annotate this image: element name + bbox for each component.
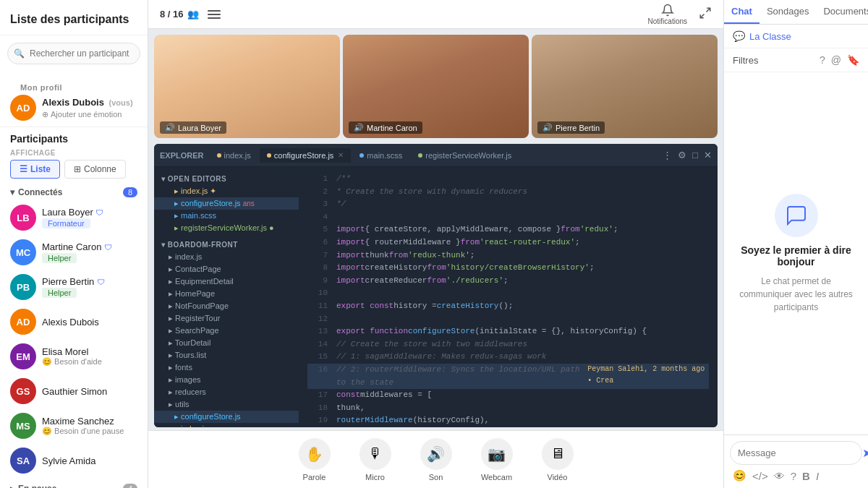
settings-icon[interactable]: ⚙ (678, 150, 686, 160)
search-input[interactable] (7, 43, 140, 64)
folder-utils[interactable]: ▸ utils (154, 398, 299, 411)
avatar: AD (10, 95, 36, 121)
tab-index-js[interactable]: index.js (210, 148, 258, 163)
tab-configurestore-js[interactable]: configureStore.js ✕ (260, 148, 352, 163)
avatar: LB (10, 205, 36, 231)
file-item-main-scss[interactable]: ▸ main.scss (154, 210, 299, 222)
folder-index-js[interactable]: ▸ index.js (154, 251, 299, 263)
folder-contact-page[interactable]: ▸ ContactPage (154, 263, 299, 275)
file-item-register[interactable]: ▸ registerServiceWorker.js ● (154, 222, 299, 234)
at-icon[interactable]: @ (831, 54, 841, 66)
code-line: 2 * Create the store with dynamic reduce… (307, 186, 709, 199)
bold-btn[interactable]: B (802, 470, 810, 482)
code-btn[interactable]: </> (752, 470, 768, 482)
son-label: Son (429, 473, 443, 481)
notifications-btn[interactable]: Notifications (648, 4, 687, 25)
folder-register-tour[interactable]: ▸ RegisterTour (154, 312, 299, 325)
avatar: AD (10, 309, 36, 335)
participant-info: Alexis Dubois (42, 317, 137, 328)
italic-btn[interactable]: I (816, 470, 819, 482)
code-line: 4 (307, 211, 709, 224)
participant-name: Pierre Bertin 🛡 (42, 276, 137, 287)
people-icon: 👥 (187, 9, 199, 20)
file-item-index-js[interactable]: ▸ index.js ✦ (154, 185, 299, 197)
tab-register-service-worker[interactable]: registerServiceWorker.js (411, 148, 519, 163)
right-panel-tabs: Chat Sondages Documents (724, 0, 868, 25)
chevron-right-icon: ▸ (10, 484, 14, 488)
video-btn[interactable]: 🖥 Vidéo (542, 438, 574, 481)
participants-section: Participants AFFICHAGE ☰ Liste ⊞ Colonne (0, 127, 148, 181)
connected-label-row: ▾ Connectés (10, 187, 62, 197)
file-configurestore-active[interactable]: ▸ configureStore.js (154, 411, 299, 423)
close-panel-icon[interactable]: ✕ (704, 150, 712, 160)
folder-home-page[interactable]: ▸ HomePage (154, 288, 299, 300)
column-view-btn[interactable]: ⊞ Colonne (64, 160, 126, 179)
participant-role: Helper (42, 253, 77, 263)
sound-icon: 🔊 (420, 438, 452, 470)
folder-tour-detail[interactable]: ▸ TourDetail (154, 337, 299, 349)
sidebar: Liste des participants 🔍 Mon profil AD A… (0, 0, 148, 488)
file-item-configurestore[interactable]: ▸ configureStore.js ans (154, 197, 299, 210)
folder-equipment-detail[interactable]: ▸ EquipmentDetail (154, 275, 299, 288)
add-emotion-btn[interactable]: ⊕ Ajouter une émotion (42, 110, 133, 119)
la-classe-btn[interactable]: 💬 La Classe (724, 25, 868, 48)
list-view-btn[interactable]: ☰ Liste (10, 160, 60, 179)
parole-btn[interactable]: ✋ Parole (299, 438, 331, 481)
code-line: 13export function configureStore(initial… (307, 325, 709, 338)
split-editor-icon[interactable]: ⋮ (663, 150, 672, 160)
maximize-icon[interactable]: □ (692, 150, 698, 160)
micro-btn[interactable]: 🎙 Micro (359, 438, 391, 481)
webcam-btn[interactable]: 📷 Webcam (481, 438, 513, 481)
file-index-js-2[interactable]: ▸ index.js (154, 423, 299, 427)
explorer-label: EXPLORER (160, 151, 204, 160)
avatar: MS (10, 413, 36, 439)
chat-empty-state: Soyez le premier à dire bonjour Le chat … (724, 72, 868, 435)
message-circle-icon (785, 204, 808, 227)
list-item[interactable]: GS Gauthier Simon (0, 374, 148, 408)
bell-icon (661, 4, 674, 17)
list-item[interactable]: MC Martine Caron 🛡 Helper (0, 235, 148, 270)
tab-documents[interactable]: Documents (816, 0, 868, 24)
chat-message-input[interactable] (738, 448, 859, 458)
connected-section-header[interactable]: ▾ Connectés 8 (0, 181, 148, 200)
bookmark-icon[interactable]: 🔖 (847, 54, 859, 66)
avatar: SA (10, 448, 36, 474)
eye-btn[interactable]: 👁 (774, 470, 785, 482)
help-btn[interactable]: ? (791, 470, 796, 482)
list-item[interactable]: EM Elisa Morel 😊 Besoin d'aide (0, 339, 148, 374)
folder-reducers[interactable]: ▸ reducers (154, 386, 299, 398)
close-icon[interactable]: ✕ (338, 151, 344, 159)
code-line: 5import { createStore, applyMiddleware, … (307, 223, 709, 236)
folder-fonts[interactable]: ▸ fonts (154, 361, 299, 374)
list-item[interactable]: AD Alexis Dubois (0, 304, 148, 339)
enter-fullscreen-btn[interactable] (699, 7, 712, 22)
chat-send-btn[interactable]: ➤ (862, 446, 868, 460)
question-icon[interactable]: ? (820, 54, 825, 66)
code-line: 7import thunk from 'redux-thunk'; (307, 249, 709, 262)
video-name-martine: 🔊 Martine Caron (349, 121, 422, 134)
tab-chat[interactable]: Chat (724, 0, 760, 24)
folder-search-page[interactable]: ▸ SearchPage (154, 325, 299, 337)
folder-tours-list[interactable]: ▸ Tours.list (154, 349, 299, 361)
list-item[interactable]: MS Maxime Sanchez 😊 Besoin d'une pause (0, 408, 148, 443)
tab-main-scss[interactable]: main.scss (352, 148, 409, 163)
profile-name: Alexis Dubois (vous) (42, 97, 133, 108)
folder-images[interactable]: ▸ images (154, 374, 299, 386)
emoji-btn[interactable]: 😊 (733, 469, 746, 482)
code-content[interactable]: 1/** 2 * Create the store with dynamic r… (299, 167, 718, 427)
tab-sondages[interactable]: Sondages (760, 0, 817, 24)
tab-dot (418, 153, 422, 158)
list-item[interactable]: PB Pierre Bertin 🛡 Helper (0, 270, 148, 304)
tab-label: registerServiceWorker.js (425, 151, 511, 160)
list-item[interactable]: LB Laura Boyer 🛡 Formateur (0, 200, 148, 235)
editor-sidebar: ▾ OPEN EDITORS ▸ index.js ✦ ▸ configureS… (154, 167, 718, 427)
code-line: 12 (307, 313, 709, 326)
paused-section-header[interactable]: ▸ En pause 4 (0, 478, 148, 488)
hamburger-menu-btn[interactable] (208, 10, 221, 19)
code-line: 18 thunk, (307, 402, 709, 415)
folder-not-found[interactable]: ▸ NotFoundPage (154, 300, 299, 312)
video-name-laura: 🔊 Laura Boyer (160, 121, 226, 134)
list-item[interactable]: SA Sylvie Amida (0, 443, 148, 478)
son-btn[interactable]: 🔊 Son (420, 438, 452, 481)
video-row: 🔊 Laura Boyer 🔊 Martine Caron 🔊 Pierre B… (148, 29, 723, 141)
